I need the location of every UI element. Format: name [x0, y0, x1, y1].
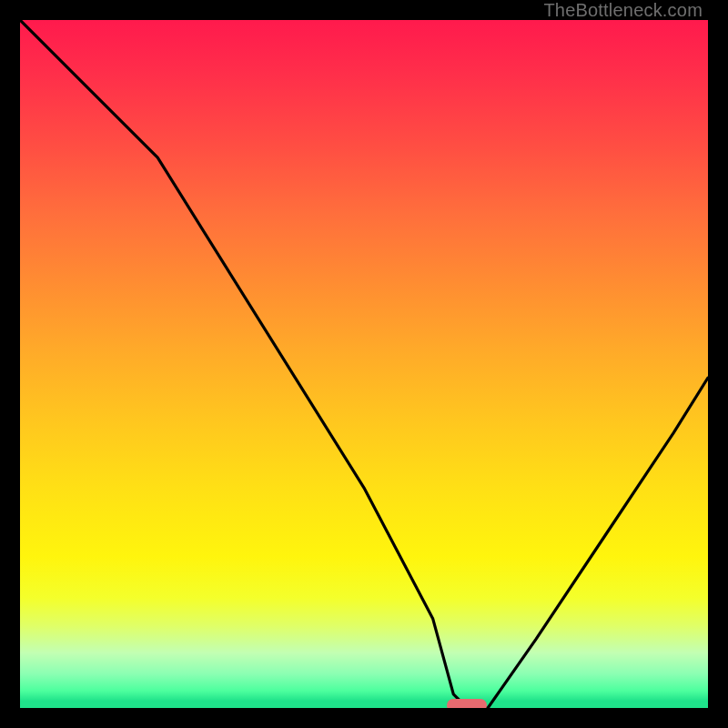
optimal-marker: [447, 699, 487, 708]
bottleneck-curve: [20, 20, 708, 708]
chart-frame: TheBottleneck.com: [0, 0, 728, 728]
watermark-text: TheBottleneck.com: [543, 0, 703, 21]
plot-area: [20, 20, 708, 708]
